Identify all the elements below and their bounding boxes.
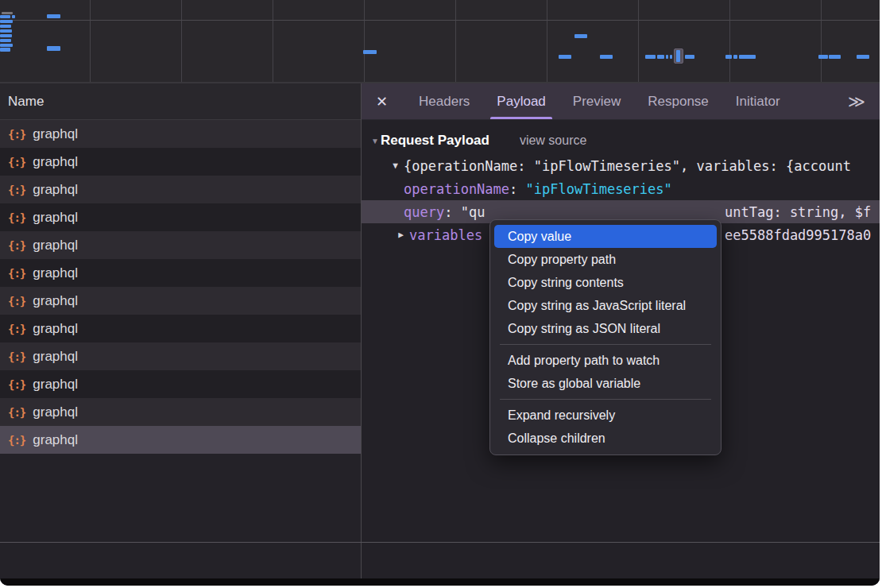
timeline-request-bar <box>574 34 587 38</box>
json-row-operationName[interactable]: operationName: "ipFlowTimeseries" <box>362 177 880 200</box>
request-row[interactable]: {:}graphql <box>0 370 361 398</box>
request-row[interactable]: {:}graphql <box>0 259 361 287</box>
request-row[interactable]: {:}graphql <box>0 342 361 370</box>
detail-tab-bar: ✕ HeadersPayloadPreviewResponseInitiator… <box>362 83 880 120</box>
section-expander-icon[interactable]: ▼ <box>371 137 379 145</box>
timeline-gridline <box>547 0 547 82</box>
menu-item-add-property-path-to-watch[interactable]: Add property path to watch <box>490 349 721 372</box>
json-root-row[interactable]: ▼ {operationName: "ipFlowTimeseries", va… <box>362 154 880 177</box>
request-row[interactable]: {:}graphql <box>0 120 361 148</box>
json-braces-icon: {:} <box>8 184 25 196</box>
request-name: graphql <box>33 182 78 198</box>
colon: : <box>444 204 460 220</box>
menu-item-expand-recursively[interactable]: Expand recursively <box>490 404 721 427</box>
request-name: graphql <box>33 404 78 420</box>
timeline-request-bar <box>670 55 672 59</box>
request-name: graphql <box>33 154 78 170</box>
property-value-start: "qu <box>461 204 485 220</box>
timeline-request-bar <box>600 55 613 59</box>
timeline-request-bar <box>0 29 12 33</box>
timeline-request-bar <box>676 50 680 62</box>
timeline-gridline <box>821 0 822 82</box>
timeline-request-bar <box>657 55 664 59</box>
context-menu: Copy valueCopy property pathCopy string … <box>489 219 721 455</box>
tab-payload[interactable]: Payload <box>490 83 551 119</box>
json-braces-icon: {:} <box>8 350 25 363</box>
request-row[interactable]: {:}graphql <box>0 315 361 342</box>
timeline-gridline <box>729 0 730 82</box>
request-name: graphql <box>33 293 78 309</box>
menu-item-collapse-children[interactable]: Collapse children <box>490 427 721 450</box>
timeline-gridline <box>455 0 456 82</box>
timeline-request-bar <box>818 55 828 59</box>
json-braces-icon: {:} <box>8 323 25 335</box>
collapsed-triangle-icon[interactable]: ▶ <box>393 230 409 240</box>
timeline-request-bar <box>559 55 571 59</box>
horizontal-divider <box>0 542 880 543</box>
timeline-gridline <box>181 0 182 82</box>
menu-item-copy-string-as-json-literal[interactable]: Copy string as JSON literal <box>490 317 721 340</box>
tab-preview[interactable]: Preview <box>567 83 627 119</box>
devtools-window: Name {:}graphql{:}graphql{:}graphql{:}gr… <box>0 0 880 586</box>
timeline-request-bar <box>363 50 377 54</box>
timeline-request-bar <box>645 55 656 59</box>
tab-headers[interactable]: Headers <box>412 83 476 119</box>
timeline-request-bar <box>0 44 13 47</box>
json-braces-icon: {:} <box>8 434 25 447</box>
json-braces-icon: {:} <box>8 156 25 168</box>
json-braces-icon: {:} <box>8 406 25 419</box>
json-braces-icon: {:} <box>8 211 25 224</box>
request-row[interactable]: {:}graphql <box>0 287 361 315</box>
timeline-request-bar <box>0 20 13 23</box>
timeline-request-bar <box>0 25 11 28</box>
timeline-request-bar <box>829 55 841 59</box>
request-payload-section-header[interactable]: ▼ Request Payload view source <box>362 127 880 154</box>
menu-item-copy-value[interactable]: Copy value <box>494 225 717 248</box>
request-row[interactable]: {:}graphql <box>0 398 361 426</box>
json-root-preview: {operationName: "ipFlowTimeseries", vari… <box>404 158 851 174</box>
menu-item-copy-string-contents[interactable]: Copy string contents <box>490 271 721 294</box>
tab-response[interactable]: Response <box>641 83 715 119</box>
section-title: Request Payload <box>381 133 489 149</box>
json-braces-icon: {:} <box>8 267 25 280</box>
expanded-triangle-icon[interactable]: ▼ <box>387 161 404 171</box>
timeline-gridline <box>638 0 639 82</box>
network-overview-timeline[interactable] <box>0 0 880 83</box>
request-name: graphql <box>33 432 78 448</box>
menu-item-store-as-global-variable[interactable]: Store as global variable <box>490 372 721 395</box>
timeline-request-bar <box>47 46 60 51</box>
menu-item-copy-property-path[interactable]: Copy property path <box>490 248 721 271</box>
request-row[interactable]: {:}graphql <box>0 203 361 231</box>
timeline-request-bar <box>739 55 756 59</box>
request-name: graphql <box>33 349 78 365</box>
json-braces-icon: {:} <box>8 239 25 252</box>
timeline-request-bar <box>0 34 12 37</box>
tab-initiator[interactable]: Initiator <box>729 83 787 119</box>
network-main-area: Name {:}graphql{:}graphql{:}graphql{:}gr… <box>0 83 880 578</box>
timeline-gridline <box>364 0 365 82</box>
variables-value-fragment: ee5588fdad995178a0 <box>725 223 871 246</box>
request-row[interactable]: {:}graphql <box>0 148 361 176</box>
property-key: variables <box>409 227 482 243</box>
menu-item-copy-string-as-javascript-literal[interactable]: Copy string as JavaScript literal <box>490 294 721 317</box>
request-list: {:}graphql{:}graphql{:}graphql{:}graphql… <box>0 120 361 454</box>
timeline-request-bar <box>725 55 732 59</box>
menu-separator <box>500 399 711 400</box>
timeline-request-bar <box>2 12 13 14</box>
request-list-panel: Name {:}graphql{:}graphql{:}graphql{:}gr… <box>0 83 361 578</box>
more-tabs-icon[interactable]: ≫ <box>848 83 865 119</box>
view-source-link[interactable]: view source <box>520 133 586 148</box>
request-name: graphql <box>33 265 78 281</box>
request-row[interactable]: {:}graphql <box>0 231 361 259</box>
property-value-string: "ipFlowTimeseries" <box>526 181 672 197</box>
name-column-header[interactable]: Name <box>0 83 361 120</box>
window-bottom-edge <box>0 578 880 586</box>
close-icon[interactable]: ✕ <box>376 83 388 119</box>
request-row[interactable]: {:}graphql <box>0 426 361 454</box>
timeline-request-bar <box>12 15 15 18</box>
request-name: graphql <box>33 238 78 253</box>
request-name: graphql <box>33 377 78 393</box>
request-name: graphql <box>33 321 78 337</box>
timeline-request-bar <box>666 55 668 59</box>
request-row[interactable]: {:}graphql <box>0 176 361 203</box>
